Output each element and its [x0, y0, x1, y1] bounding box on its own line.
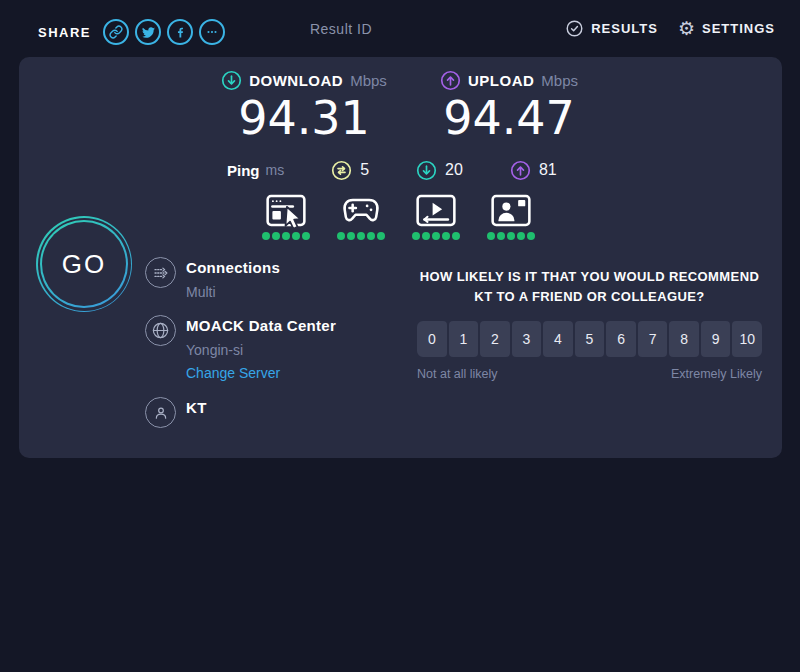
scale-button-6[interactable]: 6: [606, 321, 636, 357]
download-label: DOWNLOAD: [249, 72, 343, 89]
video-chat-icon: [490, 193, 532, 228]
share-twitter-button[interactable]: [135, 19, 161, 45]
scale-labels: Not at all likely Extremely Likely: [417, 367, 762, 381]
isp-info: KT: [145, 397, 207, 428]
scale-button-2[interactable]: 2: [480, 321, 510, 357]
video-chat-rating: [489, 193, 533, 240]
server-name: MOACK Data Center: [186, 317, 336, 334]
results-nav-label: RESULTS: [591, 21, 658, 36]
download-arrow-icon: [221, 70, 242, 91]
scale-button-0[interactable]: 0: [417, 321, 447, 357]
settings-nav-button[interactable]: ⚙ SETTINGS: [678, 19, 775, 38]
settings-nav-label: SETTINGS: [702, 21, 775, 36]
web-browsing-icon: [265, 193, 307, 228]
ping-download-arrow-icon: [416, 160, 437, 181]
server-location: Yongin-si: [186, 342, 336, 358]
upload-label: UPLOAD: [468, 72, 534, 89]
web-browsing-rating: [264, 193, 308, 240]
rating-dots: [412, 232, 460, 240]
survey-question-line2: KT TO A FRIEND OR COLLEAGUE?: [417, 287, 762, 307]
scale-button-3[interactable]: 3: [512, 321, 542, 357]
gear-icon: ⚙: [678, 19, 695, 38]
result-id-label: Result ID: [310, 21, 372, 37]
video-player-icon: [415, 193, 457, 228]
scale-right-label: Extremely Likely: [671, 367, 762, 381]
change-server-link[interactable]: Change Server: [186, 365, 336, 381]
upload-result: UPLOAD Mbps 94.47: [409, 67, 609, 143]
jitter-icon: [331, 160, 352, 181]
go-button[interactable]: GO: [36, 216, 132, 312]
connections-info: Connections Multi: [145, 257, 280, 300]
ping-download-stat: 20: [416, 160, 463, 181]
link-icon: [109, 25, 123, 39]
download-result: DOWNLOAD Mbps 94.31: [204, 67, 404, 143]
upload-arrow-icon: [440, 70, 461, 91]
rating-scale: 0 1 2 3 4 5 6 7 8 9 10: [417, 321, 762, 357]
connection-ratings: [264, 193, 533, 240]
go-button-label: GO: [62, 249, 106, 280]
scale-button-4[interactable]: 4: [543, 321, 573, 357]
rating-dots: [487, 232, 535, 240]
ping-label: Ping: [227, 162, 260, 179]
isp-name: KT: [186, 399, 207, 416]
ping-idle-value: 5: [360, 161, 369, 179]
ping-row: Ping ms 5 20: [227, 157, 557, 183]
scale-button-7[interactable]: 7: [638, 321, 668, 357]
ping-upload-arrow-icon: [510, 160, 531, 181]
globe-icon: [145, 315, 176, 346]
check-circle-icon: [565, 19, 584, 38]
scale-button-5[interactable]: 5: [575, 321, 605, 357]
scale-left-label: Not at all likely: [417, 367, 498, 381]
share-link-button[interactable]: [103, 19, 129, 45]
gamepad-icon: [340, 193, 382, 228]
speed-results: DOWNLOAD Mbps 94.31 UPLOAD Mbps 94.47: [204, 67, 609, 143]
ping-unit: ms: [266, 162, 285, 178]
scale-button-1[interactable]: 1: [449, 321, 479, 357]
share-more-button[interactable]: [199, 19, 225, 45]
share-group: SHARE: [38, 19, 225, 45]
upload-unit: Mbps: [541, 72, 578, 89]
recommendation-survey: HOW LIKELY IS IT THAT YOU WOULD RECOMMEN…: [417, 267, 762, 381]
rating-dots: [337, 232, 385, 240]
share-label: SHARE: [38, 25, 91, 40]
video-streaming-rating: [414, 193, 458, 240]
connections-title: Connections: [186, 259, 280, 276]
ping-download-value: 20: [445, 161, 463, 179]
rating-dots: [262, 232, 310, 240]
ping-upload-stat: 81: [510, 160, 557, 181]
upload-value: 94.47: [443, 93, 575, 143]
twitter-icon: [142, 26, 155, 39]
person-icon: [145, 397, 176, 428]
connections-value: Multi: [186, 284, 280, 300]
top-navigation: RESULTS ⚙ SETTINGS: [565, 0, 775, 57]
scale-button-9[interactable]: 9: [701, 321, 731, 357]
server-info: MOACK Data Center Yongin-si Change Serve…: [145, 315, 336, 381]
facebook-icon: [174, 26, 187, 39]
ellipsis-icon: [205, 25, 219, 39]
share-facebook-button[interactable]: [167, 19, 193, 45]
scale-button-8[interactable]: 8: [669, 321, 699, 357]
ping-idle-stat: 5: [331, 160, 369, 181]
results-nav-button[interactable]: RESULTS: [565, 19, 658, 38]
topbar: SHARE: [0, 0, 800, 57]
result-card: DOWNLOAD Mbps 94.31 UPLOAD Mbps 94.47: [19, 57, 782, 458]
download-value: 94.31: [238, 93, 370, 143]
survey-question-line1: HOW LIKELY IS IT THAT YOU WOULD RECOMMEN…: [417, 267, 762, 287]
connections-icon: [145, 257, 176, 288]
download-unit: Mbps: [350, 72, 387, 89]
gaming-rating: [339, 193, 383, 240]
scale-button-10[interactable]: 10: [732, 321, 762, 357]
ping-upload-value: 81: [539, 161, 557, 179]
